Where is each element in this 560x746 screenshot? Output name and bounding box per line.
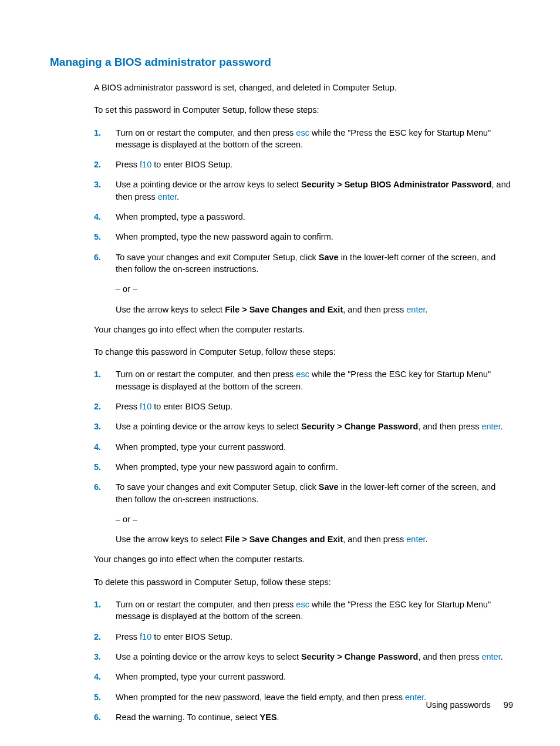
step-text: Read the warning. To continue, select [116, 713, 260, 722]
list-item: 5. When prompted, type your new password… [94, 461, 513, 473]
step-text: When prompted for the new password, leav… [116, 693, 405, 702]
step-text: . [426, 305, 428, 314]
step-text: Use the arrow keys to select [116, 305, 225, 314]
key-enter: enter [406, 535, 425, 544]
set-intro: To set this password in Computer Setup, … [94, 104, 513, 116]
step-number: 5. [94, 231, 101, 243]
delete-intro: To delete this password in Computer Setu… [94, 576, 513, 588]
step-text: to enter BIOS Setup. [151, 402, 232, 411]
key-enter: enter [405, 693, 424, 702]
content-block: A BIOS administrator password is set, ch… [94, 82, 513, 723]
list-item: 4. When prompted, type a password. [94, 211, 513, 223]
menu-path: Security > Change Password [301, 652, 418, 661]
or-text: – or – [116, 513, 513, 525]
menu-path: Security > Change Password [301, 422, 418, 431]
step-text: , and then press [418, 422, 481, 431]
step-text: . [277, 713, 279, 722]
document-page: Managing a BIOS administrator password A… [0, 0, 560, 746]
list-item: 2. Press f10 to enter BIOS Setup. [94, 631, 513, 643]
list-item: 3. Use a pointing device or the arrow ke… [94, 421, 513, 432]
step-number: 2. [94, 631, 101, 643]
change-steps-list: 1. Turn on or restart the computer, and … [94, 368, 513, 545]
step-number: 2. [94, 159, 101, 170]
step-number: 6. [94, 711, 101, 723]
list-item: 3. Use a pointing device or the arrow ke… [94, 179, 513, 203]
step-number: 1. [94, 599, 101, 610]
save-label: Save [319, 482, 339, 492]
step-text: Use a pointing device or the arrow keys … [116, 180, 301, 189]
step-number: 4. [94, 211, 101, 223]
step-text: Use a pointing device or the arrow keys … [116, 422, 301, 431]
step-text: When prompted, type your current passwor… [116, 672, 286, 681]
key-f10: f10 [140, 160, 151, 169]
yes-label: YES [260, 713, 277, 722]
list-item: 2. Press f10 to enter BIOS Setup. [94, 159, 513, 170]
step-text: . [177, 192, 179, 201]
step-number: 3. [94, 421, 101, 432]
list-item: 1. Turn on or restart the computer, and … [94, 127, 513, 151]
set-steps-list: 1. Turn on or restart the computer, and … [94, 127, 513, 315]
step-number: 5. [94, 461, 101, 473]
step-number: 4. [94, 441, 101, 453]
step-text: Press [116, 160, 140, 169]
key-esc: esc [296, 369, 309, 379]
restart-note: Your changes go into effect when the com… [94, 324, 513, 335]
step-text: to enter BIOS Setup. [151, 632, 232, 641]
key-enter: enter [481, 422, 500, 431]
menu-path: File > Save Changes and Exit [225, 305, 343, 314]
step-text: Press [116, 402, 140, 411]
step-text: Turn on or restart the computer, and the… [116, 369, 296, 379]
step-text: , and then press [343, 305, 406, 314]
step-text: Press [116, 632, 140, 641]
step-text: To save your changes and exit Computer S… [116, 253, 319, 262]
key-f10: f10 [140, 402, 151, 411]
page-footer: Using passwords 99 [426, 700, 513, 710]
step-text: . [501, 422, 503, 431]
step-text: When prompted, type your current passwor… [116, 442, 286, 452]
page-number: 99 [504, 700, 513, 710]
step-text: Turn on or restart the computer, and the… [116, 128, 296, 137]
save-label: Save [319, 253, 339, 262]
key-enter: enter [158, 192, 177, 201]
key-f10: f10 [140, 632, 151, 641]
step-number: 5. [94, 691, 101, 703]
step-text: . [501, 652, 503, 661]
list-item: 6. Read the warning. To continue, select… [94, 711, 513, 723]
step-number: 2. [94, 401, 101, 412]
step-text: . [426, 535, 428, 544]
step-number: 4. [94, 671, 101, 683]
restart-note: Your changes go into effect when the com… [94, 553, 513, 565]
section-heading: Managing a BIOS administrator password [50, 56, 513, 69]
list-item: 6. To save your changes and exit Compute… [94, 251, 513, 315]
step-text: Use a pointing device or the arrow keys … [116, 652, 301, 661]
list-item: 1. Turn on or restart the computer, and … [94, 368, 513, 392]
key-esc: esc [296, 128, 309, 137]
menu-path: File > Save Changes and Exit [225, 535, 343, 544]
step-number: 3. [94, 651, 101, 663]
key-esc: esc [296, 600, 309, 609]
list-item: 6. To save your changes and exit Compute… [94, 481, 513, 545]
step-text: , and then press [343, 535, 406, 544]
step-number: 6. [94, 481, 101, 493]
step-text: When prompted, type a password. [116, 212, 245, 221]
list-item: 4. When prompted, type your current pass… [94, 671, 513, 683]
or-text: – or – [116, 283, 513, 295]
alt-step: Use the arrow keys to select File > Save… [116, 533, 513, 545]
change-intro: To change this password in Computer Setu… [94, 346, 513, 358]
step-text: When prompted, type the new password aga… [116, 232, 333, 241]
list-item: 3. Use a pointing device or the arrow ke… [94, 651, 513, 663]
step-text: When prompted, type your new password ag… [116, 462, 338, 472]
step-number: 6. [94, 251, 101, 263]
list-item: 1. Turn on or restart the computer, and … [94, 599, 513, 623]
step-text: to enter BIOS Setup. [151, 160, 232, 169]
step-text: To save your changes and exit Computer S… [116, 482, 319, 492]
step-text: Turn on or restart the computer, and the… [116, 600, 296, 609]
menu-path: Security > Setup BIOS Administrator Pass… [301, 180, 492, 189]
footer-section: Using passwords [426, 700, 490, 710]
list-item: 2. Press f10 to enter BIOS Setup. [94, 401, 513, 412]
step-number: 1. [94, 127, 101, 139]
list-item: 4. When prompted, type your current pass… [94, 441, 513, 453]
list-item: 5. When prompted, type the new password … [94, 231, 513, 243]
step-text: , and then press [418, 652, 481, 661]
intro-paragraph: A BIOS administrator password is set, ch… [94, 82, 513, 93]
